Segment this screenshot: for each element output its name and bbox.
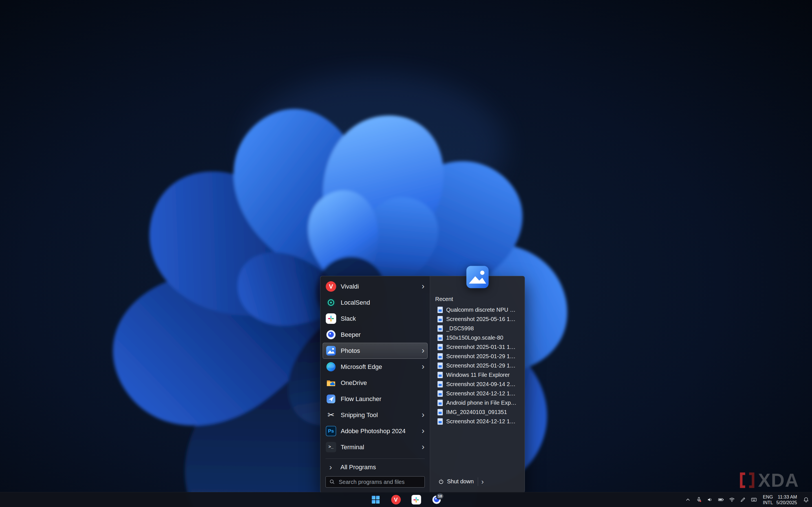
start-app-beeper[interactable]: Beeper (323, 327, 427, 343)
xda-logo-icon (739, 472, 755, 489)
wifi-icon[interactable] (728, 495, 735, 504)
start-menu: Vivaldi › LocalSend (320, 276, 525, 493)
app-label: Terminal (341, 444, 364, 451)
taskbar-center-icons: 10 (369, 492, 443, 507)
app-label: Snipping Tool (341, 411, 378, 419)
image-file-icon (438, 353, 443, 359)
snipping-tool-scissors-icon: ✂ (326, 410, 336, 420)
shutdown-options-chevron[interactable]: › (478, 477, 488, 486)
pen-icon[interactable] (739, 495, 747, 504)
all-programs-button[interactable]: › All Programs (323, 460, 427, 474)
recent-item-label: _DSC5998 (446, 325, 474, 332)
vivaldi-icon (391, 495, 401, 504)
unread-count-badge: 10 (436, 493, 444, 499)
hidden-icons-chevron[interactable] (684, 495, 692, 504)
recent-item-label: Screenshot 2024-12-12 185335 (446, 418, 517, 425)
start-app-localsend[interactable]: LocalSend (323, 294, 427, 311)
slack-icon (411, 495, 421, 504)
chevron-right-icon: › (422, 427, 424, 435)
recent-item[interactable]: Qualcomm discrete NPU close... (435, 305, 520, 315)
desktop: XDA Vivaldi › LocalSend (0, 0, 812, 507)
recent-header: Recent (435, 296, 520, 302)
recent-item[interactable]: Screenshot 2024-12-12 185335 (435, 417, 520, 426)
start-button[interactable] (369, 493, 382, 506)
beeper-icon (326, 330, 336, 340)
app-label: Slack (341, 315, 356, 322)
recent-item[interactable]: _DSC5998 (435, 324, 520, 333)
image-file-icon (438, 409, 443, 415)
recent-item[interactable]: Windows 11 File Explorer (435, 370, 520, 380)
taskbar-beeper-button[interactable]: 10 (430, 493, 443, 506)
taskbar-vivaldi-button[interactable] (390, 493, 402, 506)
image-file-icon (438, 316, 443, 322)
photos-icon (326, 345, 336, 356)
start-app-microsoft-edge[interactable]: Microsoft Edge › (323, 359, 427, 375)
chevron-right-icon: › (422, 346, 424, 354)
recent-item[interactable]: Screenshot 2025-01-29 183458 (435, 361, 520, 370)
all-programs-label: All Programs (341, 464, 376, 471)
clock-time: 11:33 AM (778, 495, 797, 499)
battery-icon[interactable] (717, 495, 724, 504)
shutdown-label: Shut down (447, 478, 474, 485)
start-app-slack[interactable]: Slack (323, 311, 427, 327)
recent-item[interactable]: Screenshot 2024-09-14 213745 (435, 380, 520, 389)
start-app-snipping-tool[interactable]: ✂ Snipping Tool › (323, 407, 427, 423)
xda-watermark: XDA (739, 471, 799, 490)
recent-item[interactable]: Screenshot 2025-05-16 193818 (435, 315, 520, 324)
vivaldi-icon (326, 281, 336, 292)
start-app-photos[interactable]: Photos › (323, 343, 427, 359)
recent-item[interactable]: Screenshot 2025-01-31 145630 (435, 342, 520, 352)
xda-watermark-text: XDA (758, 471, 799, 490)
recent-item-label: Screenshot 2025-05-16 193818 (446, 316, 517, 322)
start-app-vivaldi[interactable]: Vivaldi › (323, 278, 427, 294)
recent-item[interactable]: Screenshot 2025-01-29 184109 (435, 352, 520, 361)
taskbar: 10 (0, 492, 812, 507)
image-file-icon (438, 325, 443, 332)
microphone-icon[interactable] (695, 495, 703, 504)
search-input[interactable] (338, 478, 421, 486)
search-box[interactable] (325, 476, 425, 488)
touch-keyboard-icon[interactable] (750, 495, 758, 504)
start-app-onedrive[interactable]: OneDrive (323, 375, 427, 391)
start-app-flow-launcher[interactable]: Flow Launcher (323, 391, 427, 407)
clock-date: 5/20/2025 (776, 500, 797, 505)
recent-item-label: IMG_20240103_091351 (446, 409, 507, 415)
recent-item-label: Screenshot 2024-09-14 213745 (446, 381, 517, 388)
edge-icon (326, 361, 336, 372)
shutdown-button[interactable]: Shut down (435, 476, 477, 487)
start-app-terminal[interactable]: Terminal › (323, 439, 427, 455)
windows-logo-icon (371, 495, 380, 504)
start-app-photoshop[interactable]: Adobe Photoshop 2024 › (323, 423, 427, 439)
terminal-icon (326, 442, 336, 452)
image-file-icon (438, 335, 443, 341)
app-label: Beeper (341, 331, 361, 338)
image-file-icon (438, 372, 443, 378)
app-label: Microsoft Edge (341, 363, 382, 371)
recent-list: Qualcomm discrete NPU close... Screensho… (435, 305, 520, 426)
recent-item-label: Android phone in File Explorer (446, 400, 517, 406)
slack-icon (326, 314, 336, 324)
app-label: Photos (341, 347, 360, 354)
photoshop-icon (326, 426, 336, 436)
chevron-right-icon: › (422, 443, 424, 451)
image-file-icon (438, 418, 443, 425)
speaker-icon[interactable] (706, 495, 714, 504)
keyboard-layout-indicator: INTL (763, 500, 773, 505)
language-indicator: ENG (763, 495, 773, 499)
taskbar-slack-button[interactable] (410, 493, 423, 506)
recent-item[interactable]: 150x150Logo.scale-80 (435, 333, 520, 342)
chevron-right-icon: › (422, 282, 424, 290)
flow-launcher-icon (326, 394, 336, 404)
recent-item-label: Screenshot 2025-01-29 184109 (446, 353, 517, 359)
image-file-icon (438, 362, 443, 369)
recent-item-label: Qualcomm discrete NPU close... (446, 306, 517, 313)
power-icon (438, 478, 444, 485)
onedrive-folder-icon (326, 378, 336, 388)
recent-item[interactable]: Android phone in File Explorer (435, 398, 520, 407)
start-menu-app-list: Vivaldi › LocalSend (323, 278, 427, 457)
clock-language-area[interactable]: ENG 11:33 AM INTL 5/20/2025 (761, 495, 799, 505)
recent-item[interactable]: IMG_20240103_091351 (435, 407, 520, 417)
app-label: LocalSend (341, 299, 370, 306)
recent-item[interactable]: Screenshot 2024-12-12 190207 (435, 389, 520, 398)
notification-bell-icon[interactable] (802, 495, 810, 504)
